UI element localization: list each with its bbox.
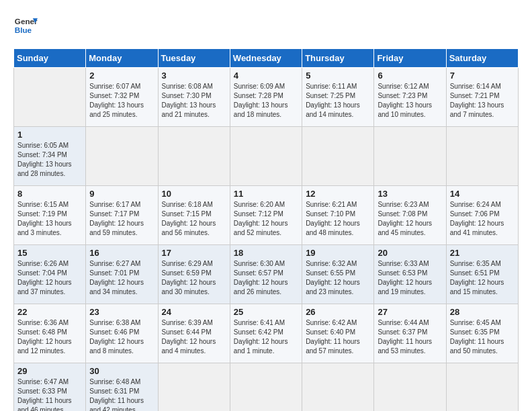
col-header-wednesday: Wednesday	[230, 49, 302, 68]
cell-detail: Sunrise: 6:44 AM Sunset: 6:37 PM Dayligh…	[378, 318, 442, 356]
col-header-thursday: Thursday	[302, 49, 374, 68]
calendar-cell: 14Sunrise: 6:24 AM Sunset: 7:06 PM Dayli…	[446, 186, 518, 245]
calendar-cell: 11Sunrise: 6:20 AM Sunset: 7:12 PM Dayli…	[230, 186, 302, 245]
day-number: 1	[17, 130, 82, 140]
calendar-cell: 4Sunrise: 6:09 AM Sunset: 7:28 PM Daylig…	[230, 68, 302, 127]
calendar-cell: 28Sunrise: 6:45 AM Sunset: 6:35 PM Dayli…	[446, 304, 518, 363]
day-number: 29	[17, 366, 82, 376]
calendar-cell	[158, 363, 230, 412]
page-header: General Blue	[13, 13, 519, 38]
calendar-row: 2Sunrise: 6:07 AM Sunset: 7:32 PM Daylig…	[14, 68, 519, 127]
cell-detail: Sunrise: 6:08 AM Sunset: 7:30 PM Dayligh…	[162, 82, 226, 120]
day-number: 17	[162, 248, 226, 258]
cell-detail: Sunrise: 6:26 AM Sunset: 7:04 PM Dayligh…	[17, 259, 82, 297]
cell-detail: Sunrise: 6:39 AM Sunset: 6:44 PM Dayligh…	[162, 318, 226, 356]
day-number: 10	[162, 189, 226, 199]
logo: General Blue	[13, 13, 38, 38]
day-number: 26	[306, 307, 370, 317]
logo-icon: General Blue	[13, 13, 38, 38]
cell-detail: Sunrise: 6:33 AM Sunset: 6:53 PM Dayligh…	[378, 259, 442, 297]
day-number: 21	[450, 248, 515, 258]
cell-detail: Sunrise: 6:29 AM Sunset: 6:59 PM Dayligh…	[162, 259, 226, 297]
day-number: 12	[306, 189, 370, 199]
cell-detail: Sunrise: 6:35 AM Sunset: 6:51 PM Dayligh…	[450, 259, 515, 297]
calendar-row: 15Sunrise: 6:26 AM Sunset: 7:04 PM Dayli…	[14, 245, 519, 304]
calendar-cell	[302, 127, 374, 186]
day-number: 9	[89, 189, 154, 199]
cell-detail: Sunrise: 6:20 AM Sunset: 7:12 PM Dayligh…	[234, 200, 298, 238]
calendar-cell	[230, 127, 302, 186]
col-header-monday: Monday	[86, 49, 158, 68]
day-number: 3	[162, 71, 226, 81]
day-number: 16	[89, 248, 154, 258]
day-number: 14	[450, 189, 515, 199]
calendar-cell: 19Sunrise: 6:32 AM Sunset: 6:55 PM Dayli…	[302, 245, 374, 304]
calendar-cell	[446, 127, 518, 186]
col-header-friday: Friday	[374, 49, 446, 68]
day-number: 24	[162, 307, 226, 317]
calendar-cell: 21Sunrise: 6:35 AM Sunset: 6:51 PM Dayli…	[446, 245, 518, 304]
calendar-cell: 9Sunrise: 6:17 AM Sunset: 7:17 PM Daylig…	[86, 186, 158, 245]
calendar-cell: 13Sunrise: 6:23 AM Sunset: 7:08 PM Dayli…	[374, 186, 446, 245]
calendar-cell: 2Sunrise: 6:07 AM Sunset: 7:32 PM Daylig…	[86, 68, 158, 127]
calendar-cell: 27Sunrise: 6:44 AM Sunset: 6:37 PM Dayli…	[374, 304, 446, 363]
cell-detail: Sunrise: 6:14 AM Sunset: 7:21 PM Dayligh…	[450, 82, 515, 120]
calendar-cell: 10Sunrise: 6:18 AM Sunset: 7:15 PM Dayli…	[158, 186, 230, 245]
calendar-cell: 6Sunrise: 6:12 AM Sunset: 7:23 PM Daylig…	[374, 68, 446, 127]
cell-detail: Sunrise: 6:23 AM Sunset: 7:08 PM Dayligh…	[378, 200, 442, 238]
calendar-cell: 29Sunrise: 6:47 AM Sunset: 6:33 PM Dayli…	[14, 363, 86, 412]
calendar-cell: 30Sunrise: 6:48 AM Sunset: 6:31 PM Dayli…	[86, 363, 158, 412]
calendar-table: SundayMondayTuesdayWednesdayThursdayFrid…	[13, 48, 519, 411]
day-number: 19	[306, 248, 370, 258]
cell-detail: Sunrise: 6:09 AM Sunset: 7:28 PM Dayligh…	[234, 82, 298, 120]
day-number: 22	[17, 307, 82, 317]
cell-detail: Sunrise: 6:21 AM Sunset: 7:10 PM Dayligh…	[306, 200, 370, 238]
calendar-cell: 22Sunrise: 6:36 AM Sunset: 6:48 PM Dayli…	[14, 304, 86, 363]
calendar-cell: 26Sunrise: 6:42 AM Sunset: 6:40 PM Dayli…	[302, 304, 374, 363]
svg-text:Blue: Blue	[15, 26, 32, 34]
cell-detail: Sunrise: 6:18 AM Sunset: 7:15 PM Dayligh…	[162, 200, 226, 238]
day-number: 30	[89, 366, 154, 376]
cell-detail: Sunrise: 6:30 AM Sunset: 6:57 PM Dayligh…	[234, 259, 298, 297]
col-header-saturday: Saturday	[446, 49, 518, 68]
cell-detail: Sunrise: 6:47 AM Sunset: 6:33 PM Dayligh…	[17, 377, 82, 411]
calendar-cell: 16Sunrise: 6:27 AM Sunset: 7:01 PM Dayli…	[86, 245, 158, 304]
day-number: 5	[306, 71, 370, 81]
calendar-row: 8Sunrise: 6:15 AM Sunset: 7:19 PM Daylig…	[14, 186, 519, 245]
cell-detail: Sunrise: 6:24 AM Sunset: 7:06 PM Dayligh…	[450, 200, 515, 238]
cell-detail: Sunrise: 6:17 AM Sunset: 7:17 PM Dayligh…	[89, 200, 154, 238]
day-number: 13	[378, 189, 442, 199]
day-number: 6	[378, 71, 442, 81]
day-number: 25	[234, 307, 298, 317]
cell-detail: Sunrise: 6:45 AM Sunset: 6:35 PM Dayligh…	[450, 318, 515, 356]
calendar-header-row: SundayMondayTuesdayWednesdayThursdayFrid…	[14, 49, 519, 68]
cell-detail: Sunrise: 6:11 AM Sunset: 7:25 PM Dayligh…	[306, 82, 370, 120]
day-number: 27	[378, 307, 442, 317]
calendar-cell: 25Sunrise: 6:41 AM Sunset: 6:42 PM Dayli…	[230, 304, 302, 363]
cell-detail: Sunrise: 6:07 AM Sunset: 7:32 PM Dayligh…	[89, 82, 154, 120]
calendar-cell	[14, 68, 86, 127]
cell-detail: Sunrise: 6:42 AM Sunset: 6:40 PM Dayligh…	[306, 318, 370, 356]
cell-detail: Sunrise: 6:27 AM Sunset: 7:01 PM Dayligh…	[89, 259, 154, 297]
calendar-cell: 5Sunrise: 6:11 AM Sunset: 7:25 PM Daylig…	[302, 68, 374, 127]
svg-text:General: General	[15, 17, 38, 26]
calendar-cell	[158, 127, 230, 186]
day-number: 11	[234, 189, 298, 199]
calendar-cell	[302, 363, 374, 412]
cell-detail: Sunrise: 6:15 AM Sunset: 7:19 PM Dayligh…	[17, 200, 82, 238]
calendar-cell	[86, 127, 158, 186]
calendar-cell	[374, 363, 446, 412]
day-number: 18	[234, 248, 298, 258]
calendar-cell: 15Sunrise: 6:26 AM Sunset: 7:04 PM Dayli…	[14, 245, 86, 304]
calendar-cell	[374, 127, 446, 186]
calendar-cell: 23Sunrise: 6:38 AM Sunset: 6:46 PM Dayli…	[86, 304, 158, 363]
col-header-tuesday: Tuesday	[158, 49, 230, 68]
calendar-cell: 18Sunrise: 6:30 AM Sunset: 6:57 PM Dayli…	[230, 245, 302, 304]
day-number: 7	[450, 71, 515, 81]
day-number: 28	[450, 307, 515, 317]
cell-detail: Sunrise: 6:32 AM Sunset: 6:55 PM Dayligh…	[306, 259, 370, 297]
day-number: 15	[17, 248, 82, 258]
cell-detail: Sunrise: 6:48 AM Sunset: 6:31 PM Dayligh…	[89, 377, 154, 411]
calendar-cell: 12Sunrise: 6:21 AM Sunset: 7:10 PM Dayli…	[302, 186, 374, 245]
cell-detail: Sunrise: 6:38 AM Sunset: 6:46 PM Dayligh…	[89, 318, 154, 356]
